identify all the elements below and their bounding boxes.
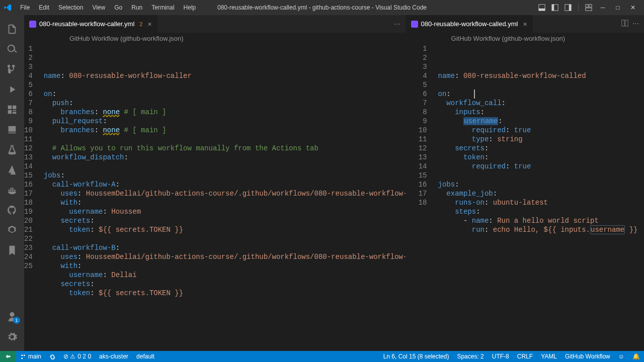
code-line[interactable]: inputs: [438, 108, 644, 117]
code-line[interactable]: uses: HoussemDellai/github-actions-cours… [44, 189, 406, 198]
code-line[interactable]: jobs: [438, 180, 644, 189]
menu-selection[interactable]: Selection [54, 2, 87, 13]
minimize-button[interactable]: ─ [596, 2, 610, 13]
code-line[interactable]: name: 080-resusable-workflow-caller [44, 71, 406, 80]
menu-edit[interactable]: Edit [35, 2, 53, 13]
code-line[interactable]: run: echo Hello, ${{ inputs.username }} [438, 225, 644, 234]
layout-sidebar-right-icon[interactable] [563, 3, 573, 13]
code-line[interactable]: on: [44, 89, 406, 99]
status-eol[interactable]: CRLF [513, 351, 537, 362]
code-line[interactable]: call-workflow-A: [44, 180, 406, 189]
status-sync[interactable] [45, 351, 59, 362]
source-control-icon[interactable] [0, 59, 24, 79]
maximize-button[interactable]: □ [611, 2, 625, 13]
code-line[interactable]: secrets: [438, 144, 644, 153]
code-line[interactable]: call-workflow-B: [44, 243, 406, 252]
editor-more-icon[interactable]: ⋯ [632, 20, 639, 28]
code-editor-right[interactable]: 123456789101112131415161718 name: 080-re… [406, 44, 644, 351]
status-workflow[interactable]: GitHub Workflow [561, 351, 614, 362]
menu-view[interactable]: View [88, 2, 109, 13]
code-line[interactable] [438, 171, 644, 180]
status-notifications-icon[interactable]: 🔔 [628, 351, 644, 362]
tab-close-icon[interactable]: × [523, 20, 527, 28]
remote-explorer-icon[interactable] [0, 120, 24, 140]
menu-help[interactable]: Help [180, 2, 200, 13]
menu-terminal[interactable]: Terminal [147, 2, 178, 13]
code-line[interactable]: workflow_call: [438, 99, 644, 108]
code-line[interactable] [44, 80, 406, 89]
editor-tabs-right: 080-reusable-workflow-called.yml × ⋯ [406, 15, 644, 33]
tab-called[interactable]: 080-reusable-workflow-called.yml × [406, 15, 533, 33]
editor-more-icon[interactable]: ⋯ [394, 20, 400, 28]
code-line[interactable]: name: 080-resusable-workflow-called [438, 71, 644, 80]
code-line[interactable]: username: Houssem [44, 207, 406, 216]
code-line[interactable]: required: true [438, 162, 644, 171]
close-window-button[interactable]: ✕ [626, 2, 640, 13]
layout-panel-icon[interactable] [537, 3, 547, 13]
bookmark-icon[interactable] [0, 240, 24, 260]
breadcrumb-right[interactable]: GitHub Workflow (github-workflow.json) [406, 33, 644, 44]
testing-icon[interactable] [0, 140, 24, 160]
docker-icon[interactable] [0, 180, 24, 200]
tab-caller[interactable]: 080-reusable-workflow-caller.yml 2 × [24, 15, 157, 33]
code-line[interactable] [44, 162, 406, 171]
status-cluster[interactable]: aks-cluster [95, 351, 132, 362]
code-line[interactable]: steps: [438, 207, 644, 216]
code-line[interactable]: with: [44, 261, 406, 270]
remote-indicator[interactable] [0, 351, 16, 362]
status-profile[interactable]: default [132, 351, 158, 362]
code-line[interactable]: workflow_dispatch: [44, 153, 406, 162]
accounts-icon[interactable]: 1 [0, 307, 24, 327]
search-icon[interactable] [0, 39, 24, 59]
code-line[interactable]: pull_request: [44, 117, 406, 126]
code-line[interactable]: on: [438, 89, 644, 99]
status-encoding[interactable]: UTF-8 [488, 351, 513, 362]
code-line[interactable]: token: ${{ secrets.TOKEN }} [44, 225, 406, 234]
menu-go[interactable]: Go [110, 2, 126, 13]
code-line[interactable]: example_job: [438, 189, 644, 198]
explorer-icon[interactable] [0, 19, 24, 39]
kubernetes-icon[interactable] [0, 220, 24, 240]
code-line[interactable]: jobs: [44, 171, 406, 180]
menu-file[interactable]: File [16, 2, 34, 13]
tab-close-icon[interactable]: × [147, 20, 151, 28]
code-line[interactable]: branches: none # [ main ] [44, 108, 406, 117]
azure-icon[interactable] [0, 160, 24, 180]
status-indent[interactable]: Spaces: 2 [453, 351, 488, 362]
code-line[interactable]: type: string [438, 135, 644, 144]
code-line[interactable]: with: [44, 198, 406, 207]
status-problems[interactable]: ⊘ ⚠ 0 2 0 [59, 351, 95, 362]
code-line[interactable]: branches: none # [ main ] [44, 126, 406, 135]
code-line[interactable]: - name: Run a hello world script [438, 216, 644, 225]
code-line[interactable]: secrets: [44, 216, 406, 225]
code-line[interactable]: # Allows you to run this workflow manual… [44, 144, 406, 153]
code-line[interactable]: secrets: [44, 280, 406, 289]
run-debug-icon[interactable] [0, 79, 24, 100]
code-line[interactable]: uses: HoussemDellai/github-actions-cours… [44, 252, 406, 261]
code-line[interactable] [44, 234, 406, 243]
code-line[interactable] [44, 135, 406, 144]
code-line[interactable]: username: [438, 117, 644, 126]
github-icon[interactable] [0, 200, 24, 220]
code-line[interactable] [438, 80, 644, 89]
status-cursor-pos[interactable]: Ln 6, Col 15 (8 selected) [379, 351, 453, 362]
status-branch[interactable]: main [16, 351, 45, 362]
layout-custom-icon[interactable] [584, 3, 594, 13]
status-feedback-icon[interactable]: ☺ [614, 351, 628, 362]
menu-bar: FileEditSelectionViewGoRunTerminalHelp [16, 2, 200, 13]
status-language[interactable]: YAML [537, 351, 561, 362]
code-editor-left[interactable]: 1234567891011121314151617181920212223242… [24, 44, 406, 351]
editor-split-icon[interactable] [621, 20, 628, 28]
code-line[interactable]: runs-on: ubuntu-latest [438, 198, 644, 207]
breadcrumb-left[interactable]: GitHub Workflow (github-workflow.json) [24, 33, 406, 44]
extensions-icon[interactable] [0, 100, 24, 120]
layout-sidebar-icon[interactable] [550, 3, 560, 13]
svg-rect-9 [29, 21, 36, 28]
menu-run[interactable]: Run [127, 2, 146, 13]
settings-gear-icon[interactable] [0, 327, 24, 347]
code-line[interactable]: required: true [438, 126, 644, 135]
code-line[interactable]: push: [44, 99, 406, 108]
code-line[interactable]: token: ${{ secrets.TOKEN }} [44, 289, 406, 298]
code-line[interactable]: token: [438, 153, 644, 162]
code-line[interactable]: username: Dellai [44, 270, 406, 280]
